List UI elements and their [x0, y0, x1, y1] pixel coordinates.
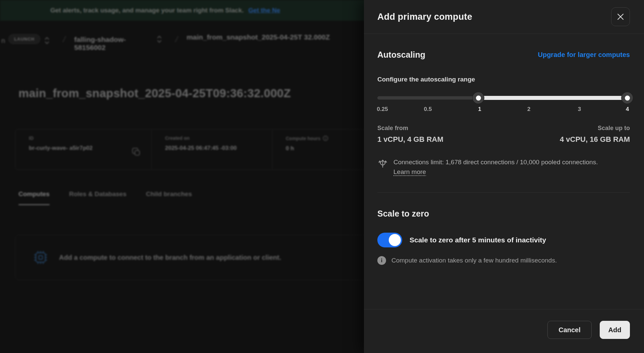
- breadcrumb-current-page: main_from_snapshot_2025-04-25T 32.000Z: [186, 32, 364, 42]
- launch-plan-badge: LAUNCH: [8, 34, 40, 44]
- drawer-body: Autoscaling Upgrade for larger computes …: [364, 50, 644, 265]
- add-button[interactable]: Add: [600, 321, 630, 339]
- slider-handle-min[interactable]: [473, 92, 484, 104]
- created-on-value: 2025-04-25 06:47:45 -03:00: [165, 144, 242, 153]
- activation-note-row: i Compute activation takes only a few hu…: [377, 256, 630, 265]
- created-on-label: Created on: [165, 135, 272, 141]
- autoscaling-range-label: Configure the autoscaling range: [377, 76, 630, 83]
- scale-from-value: 1 vCPU, 4 GB RAM: [377, 135, 443, 144]
- tick-label: 0.25: [377, 106, 388, 113]
- add-primary-compute-drawer: Add primary compute Autoscaling Upgrade …: [364, 0, 644, 353]
- id-label: ID: [29, 135, 151, 141]
- page-title: main_from_snapshot_2025-04-25T09:36:32.0…: [18, 86, 291, 100]
- breadcrumb-separator: /: [174, 34, 179, 45]
- connections-split-icon: [377, 158, 388, 177]
- slider-active-range[interactable]: [478, 96, 630, 100]
- chevron-updown-icon[interactable]: [157, 35, 162, 44]
- tick-label: 2: [527, 106, 530, 113]
- id-value: br-curly-wave- a5ir7p02: [29, 144, 103, 153]
- drawer-header: Add primary compute: [364, 0, 644, 34]
- scale-to-zero-toggle-label: Scale to zero after 5 minutes of inactiv…: [410, 236, 546, 244]
- slider-handle-max[interactable]: [622, 92, 633, 104]
- connections-limit-text: Connections limit: 1,678 direct connecti…: [393, 159, 598, 166]
- scale-to-zero-toggle-row: Scale to zero after 5 minutes of inactiv…: [377, 233, 630, 247]
- banner-link[interactable]: Get the Ne: [249, 7, 280, 14]
- tick-label: 3: [578, 106, 581, 113]
- drawer-title: Add primary compute: [377, 12, 472, 22]
- scale-to-zero-toggle[interactable]: [377, 233, 402, 247]
- tab-roles-databases[interactable]: Roles & Databases: [69, 190, 126, 205]
- scale-from-block: Scale from 1 vCPU, 4 GB RAM: [377, 125, 443, 144]
- tick-label: 1: [478, 106, 481, 113]
- close-button[interactable]: [611, 7, 630, 26]
- branch-info-card: ID br-curly-wave- a5ir7p02 Created on 20…: [15, 129, 404, 170]
- scale-up-to-value: 4 vCPU, 16 GB RAM: [560, 135, 630, 144]
- cancel-button[interactable]: Cancel: [547, 321, 592, 339]
- connections-limit-row: Connections limit: 1,678 direct connecti…: [377, 157, 630, 177]
- scale-from-label: Scale from: [377, 125, 443, 132]
- info-col-created: Created on 2025-04-25 06:47:45 -03:00: [151, 129, 272, 170]
- tick-label: 4: [626, 106, 629, 113]
- autoscaling-heading: Autoscaling: [377, 50, 425, 60]
- breadcrumb: n LAUNCH / falling-shadow-58156002 / mai…: [0, 30, 364, 52]
- scale-to-zero-heading: Scale to zero: [377, 209, 630, 219]
- scale-summary: Scale from 1 vCPU, 4 GB RAM Scale up to …: [377, 125, 630, 144]
- activation-note-text: Compute activation takes only a few hund…: [391, 257, 557, 264]
- cpu-chip-icon: [33, 250, 48, 265]
- tick-label: 0.5: [424, 106, 432, 113]
- autoscaling-section-header: Autoscaling Upgrade for larger computes: [377, 50, 630, 60]
- toggle-knob: [389, 234, 401, 246]
- slider-tick-labels: 0.25 0.5 1 2 3 4: [377, 106, 630, 113]
- section-divider: [377, 192, 630, 193]
- empty-state-text: Add a compute to connect to the branch f…: [59, 254, 281, 261]
- scale-up-to-block: Scale up to 4 vCPU, 16 GB RAM: [560, 125, 630, 144]
- chevron-updown-icon[interactable]: [44, 36, 50, 45]
- branch-tabs: Computes Roles & Databases Child branche…: [18, 190, 192, 205]
- scale-up-to-label: Scale up to: [560, 125, 630, 132]
- banner-text: Get alerts, track usage, and manage your…: [50, 7, 244, 14]
- info-icon[interactable]: [323, 135, 328, 141]
- info-col-id: ID br-curly-wave- a5ir7p02: [15, 129, 151, 170]
- drawer-footer: Cancel Add: [364, 309, 644, 353]
- compute-hours-label: Compute hours: [286, 136, 320, 141]
- autoscaling-range-slider[interactable]: [377, 96, 630, 100]
- computes-empty-state: Add a compute to connect to the branch f…: [15, 235, 404, 280]
- breadcrumb-branch[interactable]: falling-shadow-58156002: [74, 36, 153, 52]
- copy-icon[interactable]: [131, 147, 141, 157]
- tab-computes[interactable]: Computes: [18, 190, 50, 205]
- close-icon: [617, 13, 624, 20]
- upgrade-link[interactable]: Upgrade for larger computes: [538, 51, 630, 59]
- tab-child-branches[interactable]: Child branches: [146, 190, 192, 205]
- breadcrumb-project-truncated: n: [1, 37, 5, 45]
- learn-more-link[interactable]: Learn more: [393, 168, 426, 175]
- info-icon: i: [377, 256, 386, 265]
- breadcrumb-separator: /: [62, 34, 67, 45]
